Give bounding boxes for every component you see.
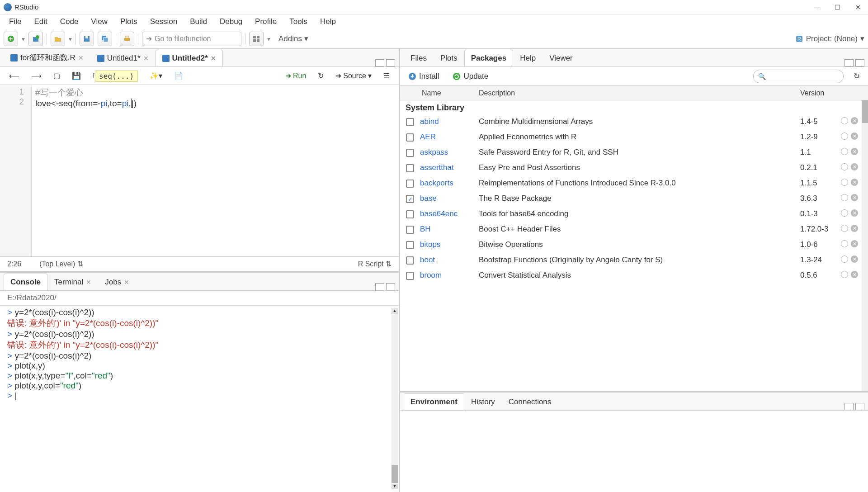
new-project-button[interactable] xyxy=(28,32,43,46)
close-icon[interactable]: ✕ xyxy=(124,279,129,286)
maximize-pane-button[interactable] xyxy=(855,59,864,66)
package-name-link[interactable]: base64enc xyxy=(420,209,479,218)
remove-icon[interactable]: ✕ xyxy=(851,240,858,247)
maximize-pane-button[interactable] xyxy=(386,283,395,290)
menu-help[interactable]: Help xyxy=(315,15,341,28)
package-checkbox[interactable] xyxy=(406,164,414,172)
package-checkbox[interactable]: ✓ xyxy=(406,195,414,203)
package-name-link[interactable]: base xyxy=(420,194,479,203)
package-checkbox[interactable] xyxy=(406,149,414,157)
tab-history[interactable]: History xyxy=(464,393,502,410)
forward-button[interactable]: ⟶ xyxy=(28,70,45,82)
tab-plots[interactable]: Plots xyxy=(434,50,464,66)
remove-icon[interactable]: ✕ xyxy=(851,163,858,170)
remove-icon[interactable]: ✕ xyxy=(851,225,858,232)
grid-button[interactable] xyxy=(249,32,264,46)
goto-file-function-input[interactable]: ➜ Go to file/function xyxy=(142,32,241,46)
package-checkbox[interactable] xyxy=(406,226,414,234)
source-tab-1[interactable]: Untitled1*✕ xyxy=(90,50,156,66)
show-in-new-window-button[interactable]: ▢ xyxy=(50,70,64,82)
minimize-pane-button[interactable] xyxy=(844,403,854,410)
web-icon[interactable] xyxy=(841,179,848,186)
source-tab-0[interactable]: for循环和函数.R✕ xyxy=(4,48,90,66)
minimize-pane-button[interactable] xyxy=(375,283,384,290)
save-button[interactable]: 💾 xyxy=(68,70,85,82)
web-icon[interactable] xyxy=(841,117,848,124)
minimize-pane-button[interactable] xyxy=(844,59,854,66)
tab-viewer[interactable]: Viewer xyxy=(542,50,580,66)
close-button[interactable]: ✕ xyxy=(848,0,868,14)
language-selector[interactable]: R Script ⇅ xyxy=(358,260,392,268)
compile-report-button[interactable]: 📄 xyxy=(170,70,187,82)
scroll-up-icon[interactable]: ▲ xyxy=(392,308,398,314)
scope-selector[interactable]: (Top Level) ⇅ xyxy=(21,260,358,268)
minimize-button[interactable]: ― xyxy=(807,0,827,14)
package-name-link[interactable]: bitops xyxy=(420,240,479,249)
package-search-input[interactable]: 🔍 xyxy=(753,70,844,83)
console-scrollbar[interactable]: ▲ ▼ xyxy=(392,308,398,489)
package-name-link[interactable]: askpass xyxy=(420,148,479,157)
package-checkbox[interactable] xyxy=(406,118,414,126)
remove-icon[interactable]: ✕ xyxy=(851,132,858,140)
menu-edit[interactable]: Edit xyxy=(28,15,52,28)
remove-icon[interactable]: ✕ xyxy=(851,179,858,186)
menu-profile[interactable]: Profile xyxy=(250,15,282,28)
menu-session[interactable]: Session xyxy=(145,15,183,28)
package-checkbox[interactable] xyxy=(406,256,414,265)
code-tools-button[interactable]: ✨▾ xyxy=(146,70,166,82)
col-version[interactable]: Version xyxy=(800,89,841,97)
package-checkbox[interactable] xyxy=(406,272,414,280)
tab-packages[interactable]: Packages xyxy=(464,50,513,66)
package-checkbox[interactable] xyxy=(406,241,414,249)
tab-environment[interactable]: Environment xyxy=(404,393,464,410)
package-name-link[interactable]: AER xyxy=(420,132,479,142)
package-name-link[interactable]: BH xyxy=(420,225,479,234)
package-name-link[interactable]: broom xyxy=(420,271,479,280)
remove-icon[interactable]: ✕ xyxy=(851,194,858,201)
scroll-down-icon[interactable]: ▼ xyxy=(392,484,398,489)
tab-console[interactable]: Console xyxy=(4,274,47,290)
run-button[interactable]: ➜ Run xyxy=(282,70,310,82)
console-working-dir[interactable]: E:/Rdata2020/ xyxy=(0,291,399,306)
package-name-link[interactable]: abind xyxy=(420,117,479,126)
scroll-thumb[interactable] xyxy=(392,465,398,483)
packages-list[interactable]: System Library abindCombine Multidimensi… xyxy=(400,100,868,391)
remove-icon[interactable]: ✕ xyxy=(851,271,858,278)
tab-files[interactable]: Files xyxy=(404,50,434,66)
save-all-button[interactable] xyxy=(98,32,112,46)
new-file-button[interactable] xyxy=(4,32,18,46)
save-button[interactable] xyxy=(80,32,94,46)
tab-jobs[interactable]: Jobs✕ xyxy=(98,274,136,290)
project-selector[interactable]: R Project: (None) ▾ xyxy=(795,34,864,43)
remove-icon[interactable]: ✕ xyxy=(851,209,858,217)
web-icon[interactable] xyxy=(841,209,848,217)
open-file-button[interactable] xyxy=(51,32,65,46)
remove-icon[interactable]: ✕ xyxy=(851,255,858,263)
package-checkbox[interactable] xyxy=(406,210,414,218)
addins-menu[interactable]: Addins ▾ xyxy=(274,32,313,45)
code-editor[interactable]: 12 #写一个爱心 love<-seq(from=-pi,to=pi,|) xyxy=(0,85,399,256)
web-icon[interactable] xyxy=(841,271,848,278)
menu-tools[interactable]: Tools xyxy=(284,15,313,28)
col-name[interactable]: Name xyxy=(420,89,479,97)
menu-view[interactable]: View xyxy=(85,15,113,28)
menu-plots[interactable]: Plots xyxy=(115,15,143,28)
close-icon[interactable]: ✕ xyxy=(78,54,84,62)
web-icon[interactable] xyxy=(841,148,848,155)
print-button[interactable] xyxy=(120,32,134,46)
maximize-pane-button[interactable] xyxy=(386,59,395,66)
menu-code[interactable]: Code xyxy=(55,15,84,28)
menu-build[interactable]: Build xyxy=(184,15,212,28)
packages-scrollbar[interactable] xyxy=(862,100,868,391)
web-icon[interactable] xyxy=(841,194,848,201)
web-icon[interactable] xyxy=(841,163,848,170)
close-icon[interactable]: ✕ xyxy=(86,279,91,286)
source-button[interactable]: ➜ Source ▾ xyxy=(332,70,375,82)
re-run-button[interactable]: ↻ xyxy=(314,70,327,82)
scroll-thumb[interactable] xyxy=(862,100,868,123)
maximize-pane-button[interactable] xyxy=(855,403,864,410)
refresh-button[interactable]: ↻ xyxy=(850,70,863,83)
web-icon[interactable] xyxy=(841,255,848,263)
tab-terminal[interactable]: Terminal✕ xyxy=(47,274,98,290)
web-icon[interactable] xyxy=(841,132,848,140)
